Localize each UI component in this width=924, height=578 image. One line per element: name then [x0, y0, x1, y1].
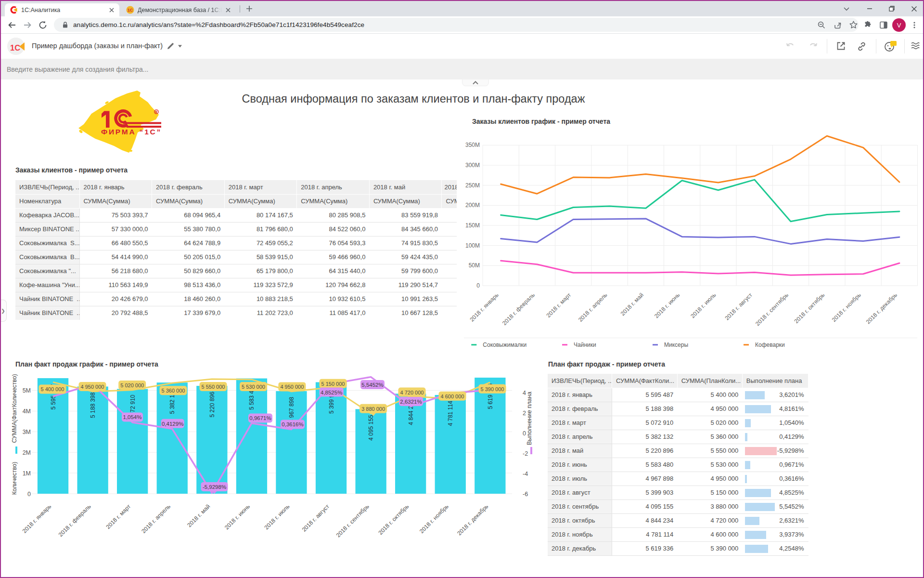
svg-text:0,4129%: 0,4129%: [162, 421, 183, 427]
svg-text:2018 г. март: 2018 г. март: [104, 503, 132, 530]
svg-text:2M: 2M: [23, 449, 31, 456]
svg-text:100M: 100M: [465, 242, 480, 249]
svg-text:2018 г. март: 2018 г. март: [545, 291, 572, 319]
svg-text:5,5452%: 5,5452%: [361, 382, 383, 388]
svg-text:5 020 000: 5 020 000: [120, 382, 144, 388]
svg-text:2018 г. сентябрь: 2018 г. сентябрь: [754, 291, 790, 327]
svg-text:2018 г. апрель: 2018 г. апрель: [140, 503, 172, 535]
svg-text:2018 г. февраль: 2018 г. февраль: [501, 291, 536, 327]
svg-text:-2: -2: [523, 450, 528, 457]
svg-text:1M: 1M: [23, 470, 31, 477]
svg-text:5 390 000: 5 390 000: [481, 386, 504, 392]
svg-text:4 781 114: 4 781 114: [447, 401, 454, 426]
svg-text:2018 г. июль: 2018 г. июль: [689, 291, 717, 319]
svg-text:50M: 50M: [469, 262, 480, 269]
svg-text:5 550 000: 5 550 000: [202, 384, 225, 390]
svg-text:-6: -6: [523, 491, 528, 498]
svg-text:СУММА(ФактКоличество): СУММА(ФактКоличество): [11, 374, 18, 443]
svg-text:0,9671%: 0,9671%: [249, 415, 271, 421]
svg-text:2018 г. сентябрь: 2018 г. сентябрь: [335, 503, 371, 539]
svg-text:5 360 000: 5 360 000: [162, 388, 185, 394]
svg-text:Чайники: Чайники: [574, 342, 596, 348]
svg-text:R: R: [155, 110, 158, 114]
svg-text:2018 г. август: 2018 г. август: [301, 503, 331, 533]
svg-text:2: 2: [523, 410, 526, 417]
svg-text:2018 г. октябрь: 2018 г. октябрь: [793, 291, 826, 325]
svg-text:2018 г. апрель: 2018 г. апрель: [577, 291, 609, 323]
svg-text:5 150 000: 5 150 000: [321, 381, 345, 387]
svg-text:Соковыжималки: Соковыжималки: [483, 342, 526, 348]
svg-text:0: 0: [27, 491, 31, 498]
svg-text:5 220 896: 5 220 896: [209, 392, 216, 418]
svg-text:4M: 4M: [23, 408, 31, 415]
svg-text:0: 0: [476, 282, 480, 289]
svg-text:4 720 000: 4 720 000: [400, 390, 424, 395]
svg-text:2018 г. май: 2018 г. май: [186, 503, 211, 528]
svg-text:1С: 1С: [128, 8, 133, 13]
svg-text:2,6321%: 2,6321%: [400, 399, 422, 405]
svg-text:4,8525%: 4,8525%: [321, 390, 342, 395]
svg-text:2018 г. июнь: 2018 г. июнь: [653, 291, 681, 319]
svg-text:2018 г. январь: 2018 г. январь: [21, 503, 52, 534]
svg-text:0: 0: [523, 430, 526, 437]
svg-text:Количество): Количество): [11, 462, 18, 495]
svg-text:350M: 350M: [465, 142, 480, 148]
svg-text:4 967 898: 4 967 898: [288, 397, 295, 423]
svg-text:4 950 000: 4 950 000: [280, 384, 304, 390]
svg-text:200M: 200M: [465, 202, 480, 209]
svg-text:5 400 000: 5 400 000: [41, 386, 64, 392]
svg-text:2018 г. декабрь: 2018 г. декабрь: [456, 503, 489, 537]
svg-text:5M: 5M: [23, 387, 31, 394]
svg-text:4 095 155: 4 095 155: [368, 415, 374, 441]
svg-text:2018 г. февраль: 2018 г. февраль: [57, 503, 92, 538]
svg-text:2018 г. май: 2018 г. май: [619, 291, 645, 317]
svg-text:1С: 1С: [10, 43, 20, 52]
svg-text:5 188 398: 5 188 398: [90, 392, 96, 418]
svg-text:2018 г. июль: 2018 г. июль: [263, 503, 291, 531]
svg-text:2018 г. октябрь: 2018 г. октябрь: [377, 503, 410, 536]
svg-text:2018 г. декабрь: 2018 г. декабрь: [865, 291, 898, 325]
svg-text:ФИРМА “1С”: ФИРМА “1С”: [101, 128, 162, 136]
svg-text:1,054%: 1,054%: [123, 414, 141, 420]
svg-text:4 950 000: 4 950 000: [81, 384, 104, 390]
svg-text:-4: -4: [523, 471, 528, 477]
svg-text:2018 г. август: 2018 г. август: [723, 291, 754, 322]
svg-text:300M: 300M: [465, 162, 480, 169]
svg-text:2018 г. ноябрь: 2018 г. ноябрь: [418, 503, 450, 535]
svg-text:0,3616%: 0,3616%: [282, 421, 303, 427]
svg-text:Миксеры: Миксеры: [664, 342, 688, 348]
svg-text:2018 г. ноябрь: 2018 г. ноябрь: [831, 291, 862, 323]
svg-text:2018 г. январь: 2018 г. январь: [468, 291, 500, 323]
svg-text:2018 г. июнь: 2018 г. июнь: [223, 503, 251, 531]
svg-text:Кофеварки: Кофеварки: [755, 342, 785, 348]
svg-text:-5,9298%: -5,9298%: [203, 484, 226, 490]
svg-text:150M: 150M: [465, 222, 480, 229]
svg-text:5 530 000: 5 530 000: [242, 384, 265, 390]
svg-text:4: 4: [523, 390, 526, 396]
svg-text:4 600 000: 4 600 000: [441, 394, 464, 399]
svg-text:3 880 000: 3 880 000: [361, 406, 385, 412]
svg-text:250M: 250M: [465, 182, 480, 189]
svg-text:3M: 3M: [23, 429, 31, 435]
svg-text:Выполнение плана: Выполнение плана: [526, 392, 533, 445]
